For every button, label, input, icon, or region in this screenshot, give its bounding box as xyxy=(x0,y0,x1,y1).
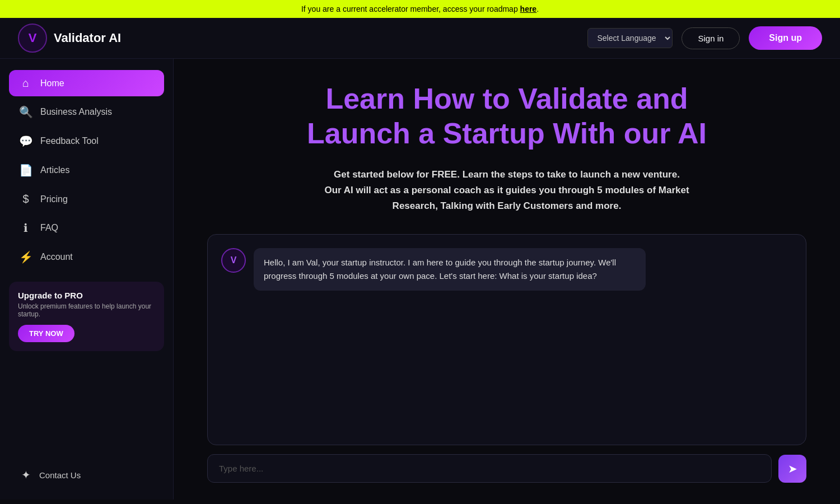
logo-icon: V xyxy=(18,24,47,53)
hero-subtitle-line2: Our AI will act as a personal coach as i… xyxy=(324,185,689,195)
sidebar-item-business-analysis[interactable]: 🔍 Business Analysis xyxy=(9,99,164,125)
sidebar-item-account[interactable]: ⚡ Account xyxy=(9,244,164,270)
header-actions: Select Language Sign in Sign up xyxy=(587,26,822,50)
sign-up-button[interactable]: Sign up xyxy=(749,26,822,50)
nav-menu: ⌂ Home 🔍 Business Analysis 💬 Feedback To… xyxy=(9,70,164,273)
nav-icon-feedback-tool: 💬 xyxy=(19,134,32,148)
nav-label-feedback-tool: Feedback Tool xyxy=(40,136,99,146)
chat-container: V Hello, I am Val, your startup instruct… xyxy=(207,234,806,445)
nav-icon-home: ⌂ xyxy=(19,77,32,90)
header: V Validator AI Select Language Sign in S… xyxy=(0,18,840,59)
main-content: Learn How to Validate and Launch a Start… xyxy=(174,59,840,500)
sidebar-item-feedback-tool[interactable]: 💬 Feedback Tool xyxy=(9,128,164,155)
send-icon: ➤ xyxy=(788,462,797,475)
language-select[interactable]: Select Language xyxy=(587,28,673,48)
sidebar-item-home[interactable]: ⌂ Home xyxy=(9,70,164,96)
hero-title-line1: Learn How to Validate and xyxy=(207,81,806,116)
hero-subtitle: Get started below for FREE. Learn the st… xyxy=(324,167,689,214)
announcement-banner: If you are a current accelerator member,… xyxy=(0,0,840,18)
hero-title-learn: Learn How to Validate and xyxy=(325,82,688,115)
nav-label-faq: FAQ xyxy=(40,223,58,233)
hero-title: Learn How to Validate and Launch a Start… xyxy=(207,81,806,151)
banner-suffix: . xyxy=(536,4,539,13)
hero-title-launch: Launch a Startup With our AI xyxy=(307,117,707,150)
nav-label-account: Account xyxy=(40,252,73,262)
nav-icon-account: ⚡ xyxy=(19,250,32,264)
contact-us-item[interactable]: ✦ Contact Us xyxy=(9,461,164,488)
ai-avatar: V xyxy=(221,248,246,273)
nav-icon-pricing: $ xyxy=(19,193,32,206)
hero-title-line2: Launch a Startup With our AI xyxy=(207,116,806,151)
nav-label-business-analysis: Business Analysis xyxy=(40,107,112,117)
sign-in-button[interactable]: Sign in xyxy=(682,27,740,49)
ai-avatar-letter: V xyxy=(231,255,237,265)
banner-text: If you are a current accelerator member,… xyxy=(301,4,520,13)
logo-area: V Validator AI xyxy=(18,24,121,53)
contact-icon: ✦ xyxy=(19,468,32,482)
chat-input[interactable] xyxy=(207,454,772,483)
app-name: Validator AI xyxy=(54,31,121,45)
banner-link[interactable]: here xyxy=(520,4,537,13)
upgrade-card: Upgrade to PRO Unlock premium features t… xyxy=(9,282,164,351)
send-button[interactable]: ➤ xyxy=(778,455,806,483)
main-layout: ⌂ Home 🔍 Business Analysis 💬 Feedback To… xyxy=(0,59,840,500)
nav-label-pricing: Pricing xyxy=(40,194,68,204)
nav-icon-articles: 📄 xyxy=(19,164,32,177)
nav-icon-business-analysis: 🔍 xyxy=(19,105,32,119)
nav-label-home: Home xyxy=(40,78,64,88)
logo-letter: V xyxy=(29,31,37,45)
sidebar-item-pricing[interactable]: $ Pricing xyxy=(9,186,164,212)
ai-message-bubble: Hello, I am Val, your startup instructor… xyxy=(254,248,646,291)
hero-subtitle-line3: Research, Talking with Early Customers a… xyxy=(393,200,622,211)
upgrade-title: Upgrade to PRO xyxy=(18,291,155,300)
sidebar-item-faq[interactable]: ℹ FAQ xyxy=(9,214,164,241)
try-now-button[interactable]: TRY NOW xyxy=(18,325,74,342)
hero-subtitle-line1: Get started below for FREE. Learn the st… xyxy=(334,169,680,180)
sidebar: ⌂ Home 🔍 Business Analysis 💬 Feedback To… xyxy=(0,59,174,500)
nav-label-articles: Articles xyxy=(40,165,69,175)
contact-label: Contact Us xyxy=(39,470,81,480)
chat-message: V Hello, I am Val, your startup instruct… xyxy=(221,248,792,291)
upgrade-description: Unlock premium features to help launch y… xyxy=(18,302,155,318)
sidebar-item-articles[interactable]: 📄 Articles xyxy=(9,157,164,184)
nav-icon-faq: ℹ xyxy=(19,221,32,235)
chat-input-row: ➤ xyxy=(207,454,806,483)
